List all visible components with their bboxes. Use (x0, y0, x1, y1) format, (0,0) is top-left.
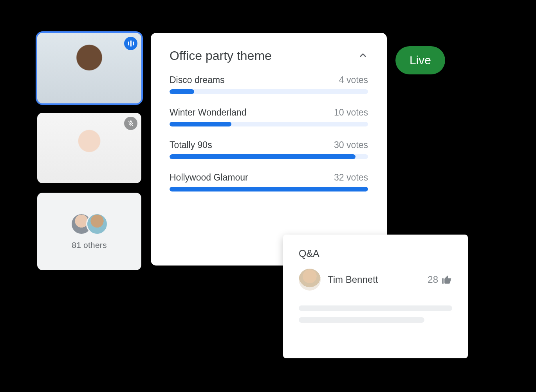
poll-option-bar (170, 89, 368, 94)
qa-like-button[interactable]: 28 (428, 274, 452, 285)
poll-option-bar (170, 154, 368, 159)
participant-tile-1[interactable] (37, 33, 141, 103)
avatar (299, 269, 321, 291)
qa-question-text-placeholder (299, 305, 452, 311)
chevron-up-icon[interactable] (358, 50, 368, 62)
qa-title: Q&A (299, 248, 452, 259)
thumbs-up-icon (441, 274, 452, 285)
poll-option-bar (170, 187, 368, 191)
poll-option-bar (170, 122, 368, 126)
poll-option-label: Disco dreams (170, 75, 225, 85)
poll-option-bar-fill (170, 154, 356, 159)
poll-option-bar-fill (170, 89, 194, 94)
poll-option[interactable]: Totally 90s30 votes (170, 140, 368, 159)
speaking-icon (124, 37, 137, 50)
poll-option[interactable]: Winter Wonderland10 votes (170, 107, 368, 126)
qa-entry[interactable]: Tim Bennett 28 (299, 269, 452, 291)
poll-option-label: Winter Wonderland (170, 107, 246, 118)
poll-option-bar-fill (170, 122, 231, 126)
participant-tile-2[interactable] (37, 113, 141, 183)
live-label: Live (410, 54, 431, 67)
poll-option-votes: 4 votes (339, 75, 368, 85)
qa-question-text-placeholder (299, 317, 424, 323)
poll-option-votes: 10 votes (334, 107, 368, 118)
poll-title: Office party theme (170, 49, 272, 63)
poll-option[interactable]: Disco dreams4 votes (170, 75, 368, 94)
mic-off-icon (124, 117, 137, 130)
qa-like-count: 28 (428, 274, 438, 285)
poll-option[interactable]: Hollywood Glamour32 votes (170, 172, 368, 191)
poll-option-votes: 32 votes (334, 172, 368, 183)
qa-author-name: Tim Bennett (328, 274, 420, 285)
poll-option-votes: 30 votes (334, 140, 368, 150)
overflow-count-label: 81 others (72, 240, 106, 250)
live-badge: Live (395, 46, 445, 74)
poll-option-label: Totally 90s (170, 140, 212, 150)
poll-card: Office party theme Disco dreams4 votesWi… (151, 33, 387, 266)
poll-option-label: Hollywood Glamour (170, 172, 248, 183)
poll-option-bar-fill (170, 187, 368, 191)
overflow-participants-tile[interactable]: 81 others (37, 193, 141, 270)
overflow-avatars (70, 213, 108, 235)
avatar (86, 213, 108, 235)
qa-card: Q&A Tim Bennett 28 (283, 235, 468, 358)
